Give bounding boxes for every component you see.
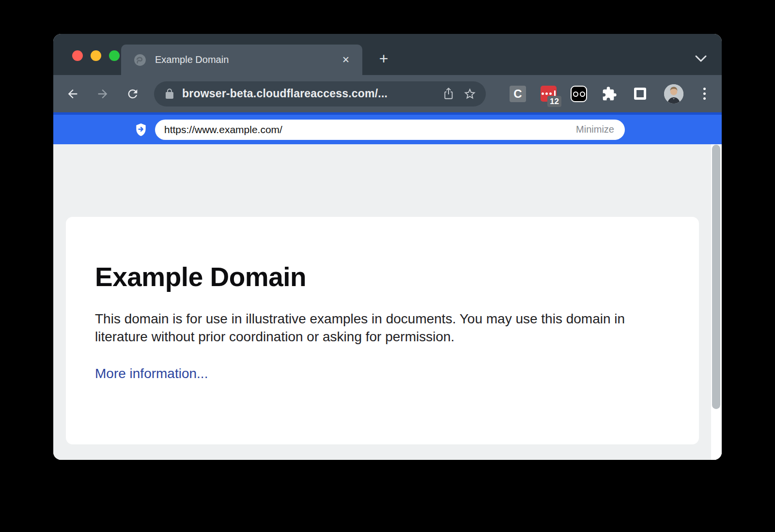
puzzle-icon xyxy=(602,86,617,102)
shield-arrow-icon xyxy=(135,123,147,137)
extension-row: C 12 xyxy=(509,84,709,104)
tab-example-domain[interactable]: Example Domain ✕ xyxy=(121,45,362,75)
extension-password-manager-button[interactable]: 12 xyxy=(540,85,557,103)
page-viewport: Example Domain This domain is for use in… xyxy=(53,144,722,460)
scrollbar-track[interactable] xyxy=(711,144,722,460)
window-controls xyxy=(72,50,120,61)
extensions-puzzle-button[interactable] xyxy=(601,85,618,103)
tab-strip: Example Domain ✕ + xyxy=(53,34,722,75)
back-button[interactable] xyxy=(64,85,81,103)
remote-url-input[interactable] xyxy=(155,124,576,136)
more-information-link[interactable]: More information... xyxy=(95,366,208,381)
window-minimize-button[interactable] xyxy=(91,50,101,61)
browser-toolbar: browser-beta.cloudflareaccess.com/... C xyxy=(53,75,722,112)
remote-isolation-bar: Minimize xyxy=(53,112,722,144)
new-tab-button[interactable]: + xyxy=(375,50,392,67)
browser-menu-kebab-icon[interactable] xyxy=(700,85,709,103)
browser-window: Example Domain ✕ + browser-beta.cloudfla… xyxy=(53,34,722,460)
profile-avatar[interactable] xyxy=(664,84,683,104)
extension-c-button[interactable]: C xyxy=(509,85,527,103)
tab-favicon-globe-icon xyxy=(134,54,146,66)
tab-close-icon[interactable]: ✕ xyxy=(340,53,352,66)
remote-url-pill: Minimize xyxy=(155,120,625,140)
bookmark-star-icon[interactable] xyxy=(462,86,478,102)
scrollbar-thumb[interactable] xyxy=(712,145,720,409)
two-circles-icon xyxy=(571,86,587,102)
extension-two-circles-button[interactable] xyxy=(570,85,588,103)
lock-icon xyxy=(164,88,175,100)
address-bar-url: browser-beta.cloudflareaccess.com/... xyxy=(182,87,435,100)
avatar-photo xyxy=(664,84,683,104)
tab-title: Example Domain xyxy=(155,54,340,65)
extension-count-badge: 12 xyxy=(547,96,561,107)
minimize-bar-button[interactable]: Minimize xyxy=(576,124,625,135)
address-bar[interactable]: browser-beta.cloudflareaccess.com/... xyxy=(154,81,486,106)
page-title: Example Domain xyxy=(95,261,670,292)
chevron-down-icon[interactable] xyxy=(692,52,710,65)
side-panel-button[interactable] xyxy=(631,85,649,103)
extension-c-icon: C xyxy=(510,86,526,102)
window-close-button[interactable] xyxy=(72,50,83,61)
forward-button[interactable] xyxy=(94,85,111,103)
side-panel-icon xyxy=(634,88,646,100)
page-body-text: This domain is for use in illustrative e… xyxy=(95,310,650,346)
example-domain-card: Example Domain This domain is for use in… xyxy=(66,217,699,444)
share-icon[interactable] xyxy=(440,86,457,102)
window-zoom-button[interactable] xyxy=(109,50,120,61)
reload-button[interactable] xyxy=(124,85,141,103)
